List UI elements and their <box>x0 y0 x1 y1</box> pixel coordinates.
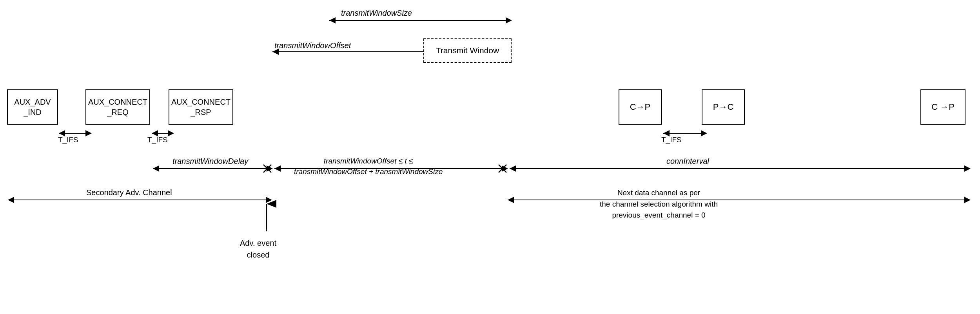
t-ifs-3-label: T_IFS <box>661 136 682 144</box>
aux-connect-rsp-box: AUX_CONNECT_RSP <box>169 89 233 125</box>
transmit-window-offset-range-label: transmitWindowOffset ≤ t ≤transmitWindow… <box>294 156 443 177</box>
svg-line-9 <box>263 165 271 172</box>
svg-line-12 <box>499 165 506 172</box>
c-to-p-2-box: C →P <box>920 89 965 125</box>
diagram: AUX_ADV _IND AUX_CONNECT_REQ AUX_CONNECT… <box>0 0 980 314</box>
aux-connect-req-box: AUX_CONNECT_REQ <box>85 89 150 125</box>
adv-event-closed-label: Adv. eventclosed <box>240 237 276 261</box>
conn-interval-label: connInterval <box>666 157 709 166</box>
c-to-p-2-label: C →P <box>931 102 955 113</box>
aux-connect-req-label: AUX_CONNECT_REQ <box>88 97 147 117</box>
svg-line-13 <box>499 165 506 172</box>
transmit-window-box: Transmit Window <box>423 38 512 63</box>
transmit-window-offset-label: transmitWindowOffset <box>274 41 351 50</box>
svg-line-10 <box>263 165 271 172</box>
transmit-window-size-label: transmitWindowSize <box>341 9 412 18</box>
aux-adv-ind-box: AUX_ADV _IND <box>7 89 58 125</box>
t-ifs-1-label: T_IFS <box>58 136 78 144</box>
p-to-c-box: P→C <box>702 89 745 125</box>
aux-connect-rsp-label: AUX_CONNECT_RSP <box>171 97 230 117</box>
secondary-adv-channel-label: Secondary Adv. Channel <box>86 188 172 197</box>
t-ifs-2-label: T_IFS <box>147 136 168 144</box>
c-to-p-1-label: C→P <box>630 102 651 113</box>
transmit-window-delay-label: transmitWindowDelay <box>172 157 248 166</box>
p-to-c-label: P→C <box>713 102 734 113</box>
aux-adv-ind-label: AUX_ADV _IND <box>8 97 57 117</box>
next-data-channel-label: Next data channel as perthe channel sele… <box>600 187 718 221</box>
transmit-window-label: Transmit Window <box>436 46 499 55</box>
c-to-p-1-box: C→P <box>619 89 662 125</box>
